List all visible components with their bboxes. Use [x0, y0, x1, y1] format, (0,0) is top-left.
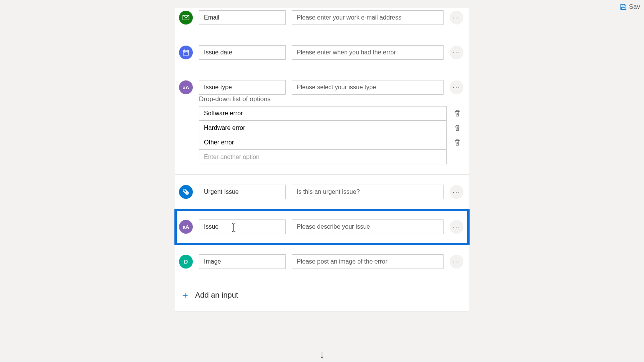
field-more-button[interactable]: ··· [450, 11, 463, 25]
dropdown-options-block: Drop-down list of options [175, 95, 469, 175]
trash-icon [454, 139, 461, 146]
ellipsis-icon: ··· [452, 258, 460, 265]
trash-icon [454, 124, 461, 131]
ellipsis-icon: ··· [452, 14, 460, 21]
svg-rect-1 [186, 52, 186, 53]
dropdown-option-row [199, 121, 463, 135]
form-builder-card: ··· ··· aA ··· Drop-down list of options [175, 8, 469, 311]
ellipsis-icon: ··· [452, 223, 460, 230]
field-description-input[interactable] [292, 10, 444, 25]
field-name-input[interactable] [199, 254, 286, 269]
save-label[interactable]: Sav [629, 3, 640, 11]
dropdown-option-row [199, 135, 463, 150]
field-more-button[interactable]: ··· [450, 80, 463, 94]
delete-option-button[interactable] [451, 122, 463, 134]
dropdown-option-row [199, 150, 463, 164]
field-row-urgent-issue: ··· [175, 175, 469, 210]
add-input-label: Add an input [195, 291, 238, 300]
dropdown-option-input[interactable] [199, 135, 447, 150]
field-row-image: D ··· [175, 244, 469, 279]
plus-icon: + [181, 289, 190, 301]
field-description-input[interactable] [292, 219, 444, 234]
ellipsis-icon: ··· [452, 188, 460, 195]
field-row-issue: aA ··· [175, 210, 469, 244]
field-name-input[interactable] [199, 10, 286, 25]
dropdown-new-option-input[interactable] [199, 150, 447, 164]
save-icon [620, 3, 627, 10]
trash-icon [454, 110, 461, 117]
dropdown-options-title: Drop-down list of options [199, 95, 463, 103]
field-name-input[interactable] [199, 80, 286, 95]
field-more-button[interactable]: ··· [450, 255, 463, 269]
svg-rect-0 [184, 52, 185, 53]
field-name-input[interactable] [199, 45, 286, 60]
field-more-button[interactable]: ··· [450, 185, 463, 199]
field-description-input[interactable] [292, 185, 444, 199]
flow-connector-arrow-icon: ↓ [319, 348, 325, 361]
yesno-icon [179, 185, 193, 199]
field-description-input[interactable] [292, 45, 444, 60]
field-name-input[interactable] [199, 185, 286, 199]
ellipsis-icon: ··· [452, 84, 460, 91]
field-name-input[interactable] [199, 219, 286, 234]
dropdown-option-input[interactable] [199, 106, 447, 121]
field-more-button[interactable]: ··· [450, 220, 463, 234]
delete-option-button[interactable] [451, 136, 463, 149]
email-icon [179, 11, 193, 25]
dropdown-option-input[interactable] [199, 121, 447, 135]
field-row-issue-date: ··· [175, 35, 469, 70]
field-description-input[interactable] [292, 254, 444, 269]
text-icon: aA [179, 220, 193, 234]
top-toolbar: Sav [616, 0, 644, 14]
svg-rect-2 [187, 52, 188, 53]
file-icon: D [179, 255, 193, 269]
delete-option-button[interactable] [451, 107, 463, 120]
add-input-button[interactable]: + Add an input [175, 279, 469, 311]
field-row-email: ··· [175, 8, 469, 35]
ellipsis-icon: ··· [452, 49, 460, 56]
text-icon: aA [179, 80, 193, 94]
field-description-input[interactable] [292, 80, 444, 95]
calendar-icon [179, 46, 193, 59]
dropdown-option-row [199, 106, 463, 121]
field-more-button[interactable]: ··· [450, 46, 463, 59]
